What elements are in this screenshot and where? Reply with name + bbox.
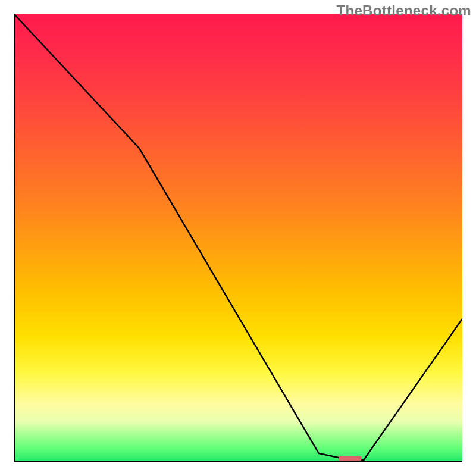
chart-container: TheBottleneck.com: [0, 0, 476, 476]
axes: [14, 14, 462, 462]
watermark-text: TheBottleneck.com: [337, 2, 471, 19]
plot-area: [14, 14, 462, 462]
